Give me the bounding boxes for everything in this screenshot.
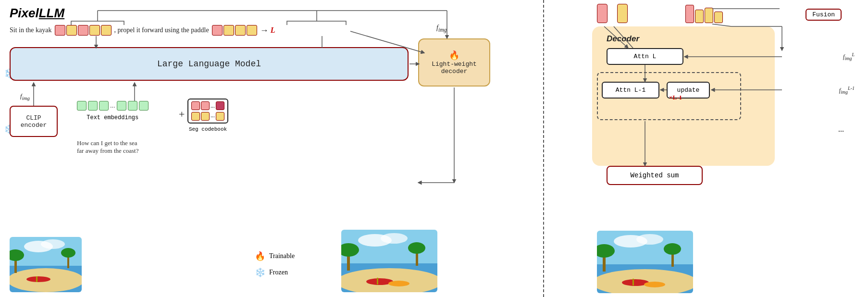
seg-token-pink-2 [201,101,210,110]
fimg-L1-text: fimgL-1 [839,87,855,94]
embed-token-3 [99,101,109,111]
dots-label: ... [838,125,844,134]
seg-dots2: ... [211,112,215,121]
weighted-sum-label: Weighted sum [631,172,679,179]
seg-token-pink-1 [191,101,200,110]
fire-icon: 🔥 [449,50,459,61]
pixellm-title: PixelLLM [10,6,64,21]
right-token-pink [597,4,608,23]
legend-trainable: 🔥 Trainable [255,251,295,261]
svg-rect-47 [632,279,634,285]
token-group-2 [212,25,257,36]
llm-box: Large Language Model [10,47,409,81]
token-group-1 [55,25,112,36]
svg-point-9 [26,276,50,282]
beach-svg-center [341,230,437,292]
right-panel: Fusion Decoder Attn L [543,0,868,297]
weighted-sum-box: Weighted sum [607,166,703,185]
svg-point-21 [388,281,409,286]
seg-token-yellow-2 [201,112,210,121]
sentence-mid: , propel it forward using the paddle [114,26,209,34]
clip-encoder-box: CLIP encoder [10,106,58,137]
trainable-label: Trainable [269,252,295,260]
decoder-title: Decoder [607,34,639,44]
right-token-yellow-group [617,4,628,23]
beach-svg-left [10,237,82,292]
svg-point-13 [381,233,408,244]
main-container: PixelLLM Sit in the kayak , propel it fo… [0,0,868,297]
svg-rect-22 [377,278,378,285]
left-panel: PixelLLM Sit in the kayak , propel it fo… [0,0,543,297]
token-pink-3 [212,25,223,36]
legend-area: 🔥 Trainable ❄️ Frozen [255,251,295,278]
decoder-title-text: Decoder [607,34,639,43]
pixel-text: Pixel [10,6,39,20]
seg-token-pink-3 [216,101,224,110]
llm-text: LLM [39,6,64,20]
seg-dots: ... [211,102,215,110]
embed-token-2 [88,101,98,111]
sentence-start: Sit in the kayak [10,26,52,34]
question-text: How can I get to the sea far away from t… [77,139,173,155]
lightweight-decoder-box: 🔥 Light-weight decoder [418,38,490,87]
seg-codebook-label: Seg codebook [189,126,227,132]
svg-point-46 [644,282,665,287]
seg-codebook-box: ... ... [187,99,228,124]
svg-point-19 [408,242,425,254]
svg-point-8 [61,248,75,258]
embed-token-6 [139,101,149,111]
fimg-left-label: fimg [20,92,30,101]
fusion-box: Fusion [806,9,842,21]
svg-point-38 [636,234,663,245]
attn-L-box: Attn L [607,48,683,65]
attn-L1-label: Attn L-1 [616,87,645,94]
beach-image-right [597,231,693,293]
right-mix-pink [685,5,694,23]
seg-codebook-area: ... ... Seg codebook [187,99,228,132]
fimg-L-text: fimgL [843,53,855,60]
fimg-top-text: fimg [436,24,446,31]
token-yellow-1 [66,25,77,36]
fimg-text: fimg [20,92,30,99]
svg-point-44 [664,243,681,255]
token-yellow-6 [247,25,257,36]
beach-image-left [10,237,82,292]
snowflake-icon-legend: ❄️ [255,267,265,278]
fire-icon-legend: 🔥 [255,251,265,261]
embed-token-5 [128,101,137,111]
fimg-L-label: fimgL [843,52,855,61]
decoder-label: Light-weight decoder [432,61,477,75]
beach-svg-right [597,231,693,293]
right-token-single [597,4,608,23]
token-yellow-5 [235,25,246,36]
token-pink-1 [55,25,65,36]
svg-rect-10 [36,276,37,282]
right-mix-y2 [705,8,713,23]
fimg-top-label: fimg [436,24,446,33]
clip-label: CLIP encoder [21,114,47,129]
update-label: update [677,87,700,94]
legend-frozen: ❄️ Frozen [255,267,295,278]
right-mix-y3 [714,12,723,23]
plus-sign: + [179,108,185,121]
seg-tokens-row2: ... [191,112,224,121]
text-embed-area: ... Text embeddings [77,101,149,121]
arrow-L-label: L [271,26,275,35]
embed-token-1 [77,101,87,111]
right-top-tokens [597,4,723,23]
token-pink-2 [78,25,88,36]
llm-label: Large Language Model [157,59,261,69]
seg-token-yellow-1 [191,112,200,121]
text-embed-label: Text embeddings [87,114,138,121]
repeat-label: ×L-1 [669,94,682,101]
right-token-yellow-tall [617,4,628,23]
attn-L1-box: Attn L-1 [602,82,659,99]
text-embed-tokens: ... [77,101,149,111]
seg-token-yellow-3 [216,112,224,121]
attn-L-label: Attn L [634,53,657,60]
seg-tokens-row1: ... [191,101,224,110]
embed-token-4 [117,101,126,111]
token-yellow-2 [89,25,100,36]
beach-image-center [341,230,437,292]
token-yellow-4 [223,25,234,36]
